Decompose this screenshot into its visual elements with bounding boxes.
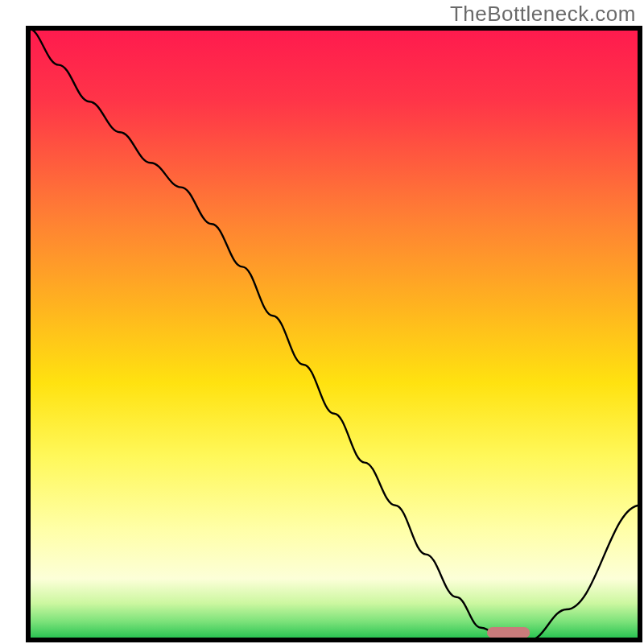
- chart-gradient-bg: [28, 28, 640, 640]
- optimal-range-marker: [487, 627, 530, 638]
- chart-frame: TheBottleneck.com: [0, 0, 644, 644]
- bottleneck-chart: [0, 0, 644, 644]
